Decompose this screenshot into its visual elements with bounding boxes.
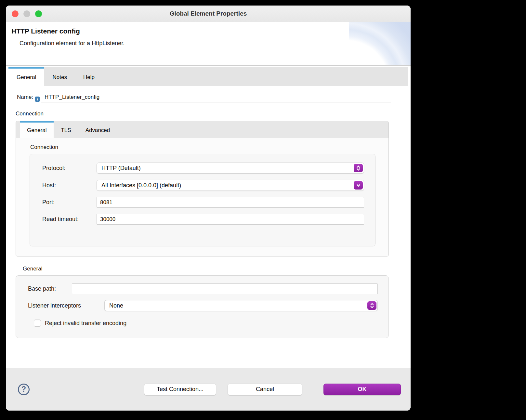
host-selected-value: All Interfaces [0.0.0.0] (default) bbox=[101, 182, 181, 189]
read-timeout-label: Read timeout: bbox=[42, 216, 97, 223]
protocol-row: Protocol: HTTP (Default) bbox=[42, 163, 364, 174]
global-element-properties-dialog: Global Element Properties HTTP Listener … bbox=[6, 6, 411, 411]
chevron-up-down-icon bbox=[367, 301, 376, 310]
general-tab-content: Name: i Connection General TLS Advanced … bbox=[6, 86, 411, 368]
help-icon[interactable]: ? bbox=[18, 384, 30, 395]
main-tab-bar: General Notes Help bbox=[8, 67, 408, 86]
ok-button[interactable]: OK bbox=[323, 384, 401, 395]
connection-tab-general[interactable]: General bbox=[20, 121, 54, 138]
connection-tab-advanced[interactable]: Advanced bbox=[78, 121, 117, 138]
connection-tab-general-label: General bbox=[27, 127, 46, 134]
tab-help[interactable]: Help bbox=[75, 67, 103, 86]
host-row: Host: All Interfaces [0.0.0.0] (default) bbox=[42, 180, 364, 191]
listener-interceptors-selected-value: None bbox=[109, 302, 123, 309]
dialog-header: HTTP Listener config Configuration eleme… bbox=[6, 22, 411, 66]
connection-group-legend: Connection bbox=[30, 144, 375, 151]
base-path-row: Base path: bbox=[28, 283, 378, 294]
chevron-down-icon bbox=[354, 181, 363, 190]
tab-notes[interactable]: Notes bbox=[44, 67, 75, 86]
reject-encoding-row: Reject invalid transfer encoding bbox=[34, 320, 378, 327]
tab-general[interactable]: General bbox=[8, 67, 44, 86]
chevron-up-down-icon bbox=[354, 164, 363, 172]
protocol-label: Protocol: bbox=[42, 165, 97, 172]
connection-tab-tls[interactable]: TLS bbox=[54, 121, 78, 138]
connection-tab-bar: General TLS Advanced bbox=[16, 121, 388, 138]
listener-interceptors-row: Listener interceptors None bbox=[28, 300, 378, 311]
base-path-input[interactable] bbox=[72, 283, 378, 294]
port-label: Port: bbox=[42, 199, 97, 206]
read-timeout-input[interactable] bbox=[97, 214, 364, 225]
test-connection-button[interactable]: Test Connection... bbox=[144, 384, 216, 395]
listener-interceptors-select[interactable]: None bbox=[104, 300, 378, 311]
name-field-row: Name: i bbox=[17, 92, 391, 102]
dialog-footer: ? Test Connection... Cancel OK bbox=[6, 368, 411, 411]
read-timeout-row: Read timeout: bbox=[42, 214, 364, 225]
tab-notes-label: Notes bbox=[52, 74, 67, 81]
protocol-select[interactable]: HTTP (Default) bbox=[97, 163, 364, 174]
connection-tab-panel: General TLS Advanced Connection Protocol… bbox=[16, 121, 389, 256]
port-input[interactable] bbox=[97, 197, 364, 208]
connection-tab-content: Connection Protocol: HTTP (Default) bbox=[16, 138, 388, 256]
general-group-box: Base path: Listener interceptors None bbox=[16, 275, 389, 338]
connection-tab-tls-label: TLS bbox=[61, 127, 71, 134]
decorative-swoosh bbox=[349, 22, 411, 65]
host-label: Host: bbox=[42, 182, 97, 189]
tab-general-label: General bbox=[17, 74, 36, 81]
connection-section-label: Connection bbox=[16, 111, 407, 117]
name-input[interactable] bbox=[41, 92, 391, 102]
port-row: Port: bbox=[42, 197, 364, 208]
name-label: Name: bbox=[17, 94, 33, 100]
connection-group-box: Protocol: HTTP (Default) bbox=[30, 154, 375, 246]
general-section-label: General bbox=[23, 266, 407, 272]
protocol-selected-value: HTTP (Default) bbox=[101, 165, 141, 172]
info-icon[interactable]: i bbox=[35, 97, 40, 102]
tab-help-label: Help bbox=[83, 74, 95, 81]
window-title: Global Element Properties bbox=[6, 10, 411, 17]
reject-encoding-label: Reject invalid transfer encoding bbox=[45, 320, 126, 327]
cancel-button[interactable]: Cancel bbox=[228, 384, 302, 395]
title-bar: Global Element Properties bbox=[6, 6, 411, 22]
base-path-label: Base path: bbox=[28, 285, 72, 292]
host-combo[interactable]: All Interfaces [0.0.0.0] (default) bbox=[97, 180, 364, 191]
reject-encoding-checkbox[interactable] bbox=[34, 320, 41, 327]
listener-interceptors-label: Listener interceptors bbox=[28, 302, 104, 309]
connection-tab-advanced-label: Advanced bbox=[85, 127, 110, 134]
